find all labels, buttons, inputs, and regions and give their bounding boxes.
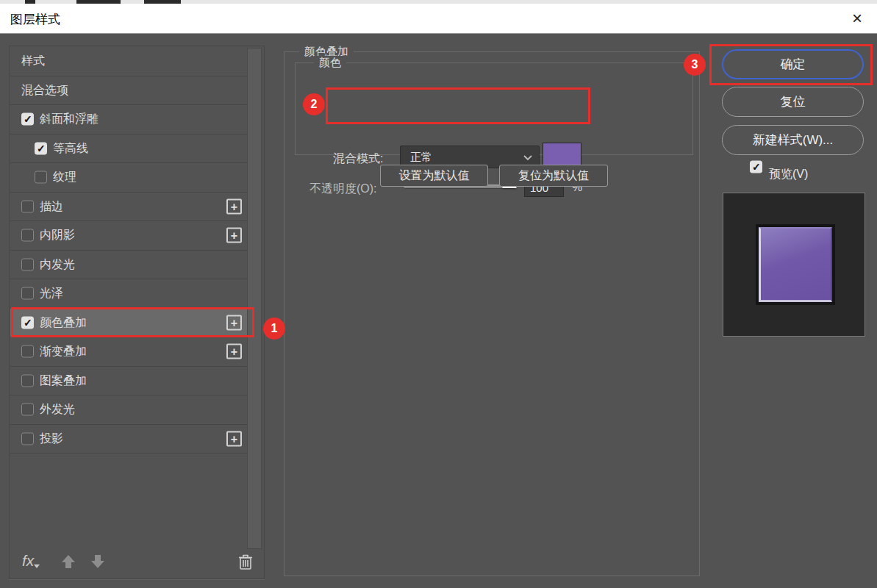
list-item[interactable]: 样式 bbox=[10, 47, 247, 76]
item-label: 内阴影 bbox=[40, 228, 75, 243]
list-item[interactable]: 纹理 bbox=[10, 163, 247, 193]
item-label: 外发光 bbox=[40, 402, 75, 417]
fx-icon: fx bbox=[22, 552, 34, 569]
item-checkbox[interactable] bbox=[21, 113, 34, 126]
item-label: 样式 bbox=[21, 54, 45, 69]
item-checkbox[interactable] bbox=[21, 404, 34, 416]
list-item[interactable]: 等高线 bbox=[10, 135, 247, 164]
item-checkbox[interactable] bbox=[21, 345, 34, 358]
list-item[interactable]: 混合选项 bbox=[10, 76, 247, 106]
add-effect-button[interactable]: + bbox=[226, 344, 242, 359]
preview-swatch bbox=[759, 227, 832, 302]
annotation-box-1 bbox=[11, 307, 254, 337]
preview-checkbox[interactable] bbox=[750, 161, 762, 173]
close-icon: × bbox=[852, 8, 862, 28]
list-item[interactable]: 内阴影+ bbox=[10, 221, 247, 251]
item-checkbox[interactable] bbox=[21, 229, 34, 242]
new-style-button[interactable]: 新建样式(W)... bbox=[722, 125, 864, 155]
blend-mode-label: 混合模式: bbox=[333, 151, 383, 167]
list-item[interactable]: 图案叠加 bbox=[10, 367, 247, 396]
item-label: 等高线 bbox=[53, 140, 88, 156]
item-label: 混合选项 bbox=[21, 82, 68, 98]
opacity-label: 不透明度(O): bbox=[309, 182, 377, 197]
item-checkbox[interactable] bbox=[21, 287, 34, 300]
add-effect-button[interactable]: + bbox=[226, 198, 242, 214]
arrow-down-icon bbox=[90, 553, 106, 570]
color-overlay-group: 颜色叠加 颜色 混合模式: 正常 不透明度(O): % 设置为默认值 复位为默认… bbox=[284, 51, 700, 576]
item-label: 纹理 bbox=[53, 170, 76, 185]
preview-label: 预览(V) bbox=[769, 167, 808, 182]
subgroup-legend: 颜色 bbox=[314, 56, 346, 70]
fx-menu-button[interactable]: fx bbox=[22, 552, 34, 570]
item-checkbox[interactable] bbox=[21, 432, 34, 445]
annotation-box-3 bbox=[709, 44, 873, 85]
item-label: 内发光 bbox=[40, 257, 75, 272]
make-default-button[interactable]: 设置为默认值 bbox=[380, 165, 488, 187]
add-effect-button[interactable]: + bbox=[226, 431, 242, 446]
item-checkbox[interactable] bbox=[35, 171, 47, 184]
list-scrollbar[interactable] bbox=[247, 48, 262, 549]
preview-swatch-frame bbox=[756, 224, 835, 305]
window-titlebar: 图层样式 × bbox=[0, 4, 877, 34]
reset-default-button[interactable]: 复位为默认值 bbox=[499, 165, 608, 187]
annotation-box-2 bbox=[326, 87, 590, 124]
item-label: 光泽 bbox=[40, 286, 63, 301]
blend-mode-value: 正常 bbox=[410, 151, 432, 165]
reset-button[interactable]: 复位 bbox=[722, 87, 864, 117]
item-label: 斜面和浮雕 bbox=[40, 112, 99, 127]
item-checkbox[interactable] bbox=[35, 142, 47, 154]
arrow-up-icon bbox=[60, 553, 76, 570]
delete-effect-button[interactable] bbox=[238, 553, 253, 573]
item-checkbox[interactable] bbox=[21, 258, 34, 270]
item-label: 渐变叠加 bbox=[40, 344, 87, 359]
item-label: 图案叠加 bbox=[40, 373, 87, 388]
step-badge-1: 1 bbox=[263, 318, 285, 340]
step-badge-3: 3 bbox=[684, 54, 706, 76]
move-up-button[interactable] bbox=[60, 553, 76, 573]
preview-thumbnail bbox=[723, 193, 865, 337]
item-label: 描边 bbox=[40, 198, 63, 214]
move-down-button[interactable] bbox=[90, 553, 106, 573]
list-item[interactable]: 光泽 bbox=[10, 279, 247, 309]
step-badge-2: 2 bbox=[303, 93, 325, 115]
item-checkbox[interactable] bbox=[21, 200, 34, 212]
item-checkbox[interactable] bbox=[21, 374, 34, 387]
list-item[interactable]: 斜面和浮雕 bbox=[10, 105, 247, 135]
list-item[interactable]: 描边+ bbox=[10, 193, 247, 222]
window-title: 图层样式 bbox=[10, 11, 60, 28]
list-item[interactable]: 投影+ bbox=[10, 425, 247, 454]
style-list: 样式混合选项斜面和浮雕等高线纹理描边+内阴影+内发光光泽颜色叠加+渐变叠加+图案… bbox=[10, 47, 247, 453]
list-item[interactable]: 内发光 bbox=[10, 251, 247, 280]
add-effect-button[interactable]: + bbox=[226, 228, 242, 243]
close-button[interactable]: × bbox=[846, 8, 868, 30]
list-item[interactable]: 渐变叠加+ bbox=[10, 337, 247, 367]
item-label: 投影 bbox=[40, 431, 63, 446]
list-item[interactable]: 外发光 bbox=[10, 395, 247, 425]
effects-toolbar: fx bbox=[10, 547, 263, 578]
chevron-down-icon bbox=[523, 154, 533, 161]
trash-icon bbox=[238, 553, 253, 570]
